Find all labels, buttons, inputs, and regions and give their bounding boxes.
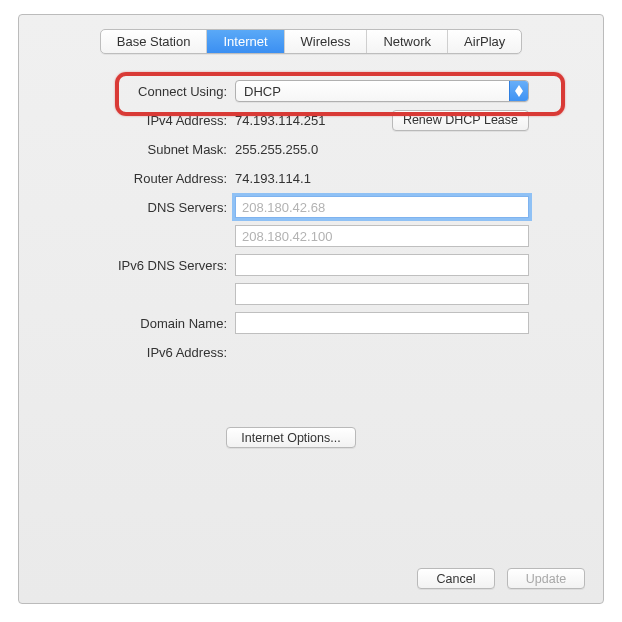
ipv6-dns-1-input[interactable] xyxy=(235,254,529,276)
domain-name-input[interactable] xyxy=(235,312,529,334)
tab-network[interactable]: Network xyxy=(367,30,448,53)
dns-servers-label: DNS Servers: xyxy=(19,200,235,215)
dns-server-2-input[interactable] xyxy=(235,225,529,247)
chevron-up-down-icon xyxy=(509,81,528,101)
ipv4-address-value: 74.193.114.251 xyxy=(235,113,325,128)
cancel-button[interactable]: Cancel xyxy=(417,568,495,589)
internet-options-button[interactable]: Internet Options... xyxy=(226,427,355,448)
router-address-value: 74.193.114.1 xyxy=(235,171,311,186)
renew-dhcp-button[interactable]: Renew DHCP Lease xyxy=(392,110,529,131)
connect-using-popup[interactable]: DHCP xyxy=(235,80,529,102)
router-address-label: Router Address: xyxy=(19,171,235,186)
connect-using-label: Connect Using: xyxy=(19,84,235,99)
ipv6-dns-2-input[interactable] xyxy=(235,283,529,305)
ipv4-address-label: IPv4 Address: xyxy=(19,113,235,128)
connect-using-value: DHCP xyxy=(244,84,281,99)
tab-bar: Base Station Internet Wireless Network A… xyxy=(100,29,523,54)
subnet-mask-value: 255.255.255.0 xyxy=(235,142,318,157)
settings-panel: Base Station Internet Wireless Network A… xyxy=(18,14,604,604)
tab-base-station[interactable]: Base Station xyxy=(101,30,208,53)
domain-name-label: Domain Name: xyxy=(19,316,235,331)
ipv6-dns-label: IPv6 DNS Servers: xyxy=(19,258,235,273)
dns-server-1-input[interactable] xyxy=(235,196,529,218)
tab-internet[interactable]: Internet xyxy=(207,30,284,53)
svg-marker-1 xyxy=(515,91,523,97)
tab-wireless[interactable]: Wireless xyxy=(285,30,368,53)
subnet-mask-label: Subnet Mask: xyxy=(19,142,235,157)
update-button[interactable]: Update xyxy=(507,568,585,589)
ipv6-address-label: IPv6 Address: xyxy=(19,345,235,360)
tab-airplay[interactable]: AirPlay xyxy=(448,30,521,53)
